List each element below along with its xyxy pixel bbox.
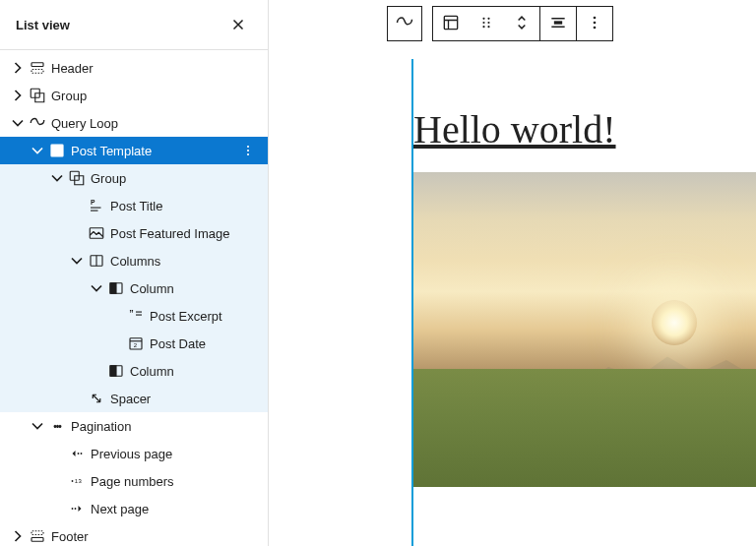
post-title[interactable]: Hello world! xyxy=(413,106,756,152)
svg-point-32 xyxy=(482,17,484,19)
more-vertical-icon xyxy=(585,13,604,35)
block-toolbar xyxy=(387,6,613,41)
post-title-icon: P xyxy=(87,197,106,214)
list-view-sidebar: List view Header Group xyxy=(0,0,269,546)
svg-rect-31 xyxy=(444,16,457,29)
chevron-down-icon[interactable] xyxy=(28,416,47,436)
editor-canvas: Hello world! xyxy=(269,0,756,546)
post-featured-image[interactable] xyxy=(413,172,756,487)
tree-label: Header xyxy=(51,61,260,76)
tree-label: Post Template xyxy=(71,144,236,158)
chevron-down-icon[interactable] xyxy=(28,141,47,160)
template-part-icon xyxy=(28,59,47,77)
svg-rect-38 xyxy=(554,21,562,24)
toolbar-block-type-button[interactable] xyxy=(433,7,469,40)
svg-rect-1 xyxy=(32,70,43,74)
toolbar-move-buttons[interactable] xyxy=(504,7,539,40)
svg-rect-3 xyxy=(51,145,63,156)
tree-item-page-numbers[interactable]: 13 Page numbers xyxy=(0,467,268,495)
columns-icon xyxy=(87,252,106,270)
toolbar-parent-button[interactable] xyxy=(387,6,422,41)
tree-item-post-title[interactable]: P Post Title xyxy=(0,192,268,219)
prev-icon xyxy=(67,445,87,462)
column-icon xyxy=(106,279,126,297)
svg-text:3: 3 xyxy=(79,478,83,484)
svg-rect-30 xyxy=(32,538,43,542)
tree-item-group[interactable]: Group xyxy=(0,82,268,109)
tree-label: Group xyxy=(91,171,260,186)
tree-item-spacer[interactable]: Spacer xyxy=(0,385,268,412)
tree-item-previous-page[interactable]: Previous page xyxy=(0,440,268,467)
pagination-icon: ••• xyxy=(47,421,67,432)
chevron-down-icon[interactable] xyxy=(47,168,67,188)
svg-point-24 xyxy=(72,480,74,482)
svg-point-40 xyxy=(594,21,597,24)
loop-icon xyxy=(395,13,414,35)
tree-item-pt-group[interactable]: Group xyxy=(0,164,268,192)
move-up-down-icon xyxy=(512,13,532,35)
svg-point-5 xyxy=(247,150,249,152)
tree-label: Pagination xyxy=(71,419,260,434)
tree-item-columns[interactable]: Columns xyxy=(0,247,268,274)
tree-label: Post Featured Image xyxy=(110,226,260,241)
tree-label: Column xyxy=(130,281,260,296)
date-icon: 2 xyxy=(126,334,146,352)
svg-text:P: P xyxy=(91,199,95,206)
tree-label: Previous page xyxy=(91,447,260,461)
group-icon xyxy=(67,169,87,187)
layout-icon xyxy=(441,13,461,35)
svg-point-35 xyxy=(487,21,489,23)
image-icon xyxy=(87,224,106,242)
svg-point-28 xyxy=(75,508,77,510)
tree-label: Next page xyxy=(91,502,260,516)
tree-item-query-loop[interactable]: Query Loop xyxy=(0,109,268,137)
svg-point-22 xyxy=(78,453,80,455)
close-button[interactable] xyxy=(224,12,252,37)
tree-item-pagination[interactable]: ••• Pagination xyxy=(0,412,268,440)
chevron-right-icon[interactable] xyxy=(8,526,28,546)
toolbar-align-button[interactable] xyxy=(540,7,576,40)
chevron-down-icon[interactable] xyxy=(67,251,87,271)
layout-icon xyxy=(47,142,67,159)
tree-item-footer[interactable]: Footer xyxy=(0,522,268,546)
tree-label: Post Title xyxy=(110,199,260,213)
chevron-down-icon[interactable] xyxy=(8,113,28,133)
toolbar-drag-handle[interactable] xyxy=(469,7,504,40)
tree-label: Query Loop xyxy=(51,116,260,131)
svg-text:”: ” xyxy=(129,308,134,318)
svg-point-34 xyxy=(482,21,484,23)
toolbar-options-button[interactable] xyxy=(577,7,612,40)
tree-item-post-date[interactable]: 2 Post Date xyxy=(0,330,268,357)
sidebar-header: List view xyxy=(0,0,268,50)
svg-point-41 xyxy=(594,26,597,29)
item-options-button[interactable] xyxy=(236,143,260,158)
svg-rect-14 xyxy=(110,283,116,294)
tree-item-header[interactable]: Header xyxy=(0,54,268,82)
svg-point-37 xyxy=(487,26,489,28)
svg-point-39 xyxy=(594,16,597,19)
svg-point-6 xyxy=(247,153,249,155)
tree-item-post-template[interactable]: Post Template xyxy=(0,137,268,164)
chevron-right-icon[interactable] xyxy=(8,58,28,78)
tree-item-post-featured-image[interactable]: Post Featured Image xyxy=(0,219,268,247)
query-loop-preview[interactable]: Hello world! xyxy=(411,59,756,546)
tree-item-next-page[interactable]: Next page xyxy=(0,495,268,522)
tree-label: Post Date xyxy=(150,336,260,351)
group-icon xyxy=(28,87,47,104)
tree-item-column-1[interactable]: Column xyxy=(0,274,268,302)
tree-label: Spacer xyxy=(110,392,260,406)
tree-label: Column xyxy=(130,364,260,379)
tree-label: Page numbers xyxy=(91,474,260,489)
align-icon xyxy=(548,13,568,35)
spacer-icon xyxy=(87,390,106,407)
svg-rect-21 xyxy=(110,366,116,377)
svg-point-4 xyxy=(247,146,249,148)
tree-item-post-excerpt[interactable]: ” Post Excerpt xyxy=(0,302,268,330)
tree-label: Post Excerpt xyxy=(150,309,260,324)
tree-item-column-2[interactable]: Column xyxy=(0,357,268,385)
block-tree: Header Group Query Loop xyxy=(0,50,268,546)
template-part-icon xyxy=(28,527,47,545)
chevron-down-icon[interactable] xyxy=(87,278,106,298)
chevron-right-icon[interactable] xyxy=(8,86,28,105)
drag-icon xyxy=(476,13,496,35)
